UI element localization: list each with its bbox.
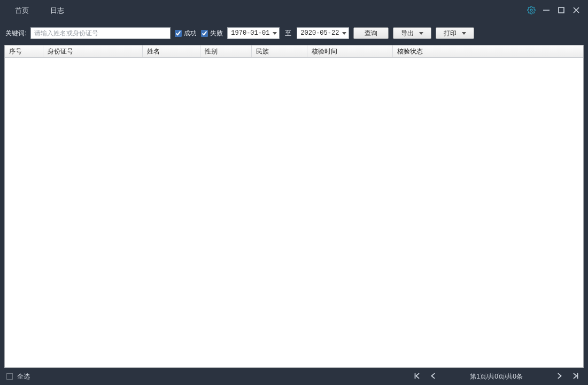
settings-button[interactable]	[524, 3, 539, 18]
table-body	[5, 58, 583, 367]
checkbox-failure-input[interactable]	[201, 30, 208, 37]
footer-bar: 全选 第1页/共0页/共0条	[0, 368, 588, 385]
chevron-left-icon	[429, 372, 437, 381]
checkbox-success-input[interactable]	[175, 30, 182, 37]
minimize-icon	[542, 6, 551, 16]
checkbox-failure[interactable]: 失败	[201, 29, 223, 38]
col-gender[interactable]: 性别	[200, 45, 252, 57]
chevron-down-icon	[342, 32, 346, 35]
maximize-button[interactable]	[554, 3, 569, 18]
page-info: 第1页/共0页/共0条	[443, 372, 550, 381]
date-to-text: 2020-05-22	[300, 29, 339, 37]
gear-icon	[527, 6, 536, 16]
pager-first[interactable]	[411, 371, 423, 382]
query-button-label: 查询	[365, 29, 377, 38]
col-seq[interactable]: 序号	[5, 45, 43, 57]
last-page-icon	[572, 372, 579, 381]
date-from[interactable]: 1970-01-01	[227, 27, 280, 39]
pager-prev[interactable]	[427, 371, 439, 382]
pager-last[interactable]	[570, 371, 582, 382]
print-button[interactable]: 打印	[436, 27, 474, 39]
chevron-right-icon	[556, 372, 563, 381]
chevron-down-icon	[273, 32, 277, 35]
tab-home[interactable]: 首页	[4, 0, 40, 21]
col-name[interactable]: 姓名	[143, 45, 200, 57]
title-bar: 首页 日志	[0, 0, 588, 21]
print-button-label: 打印	[444, 29, 457, 38]
col-ethnicity[interactable]: 民族	[252, 45, 307, 57]
checkbox-success[interactable]: 成功	[175, 29, 197, 38]
minimize-button[interactable]	[539, 3, 554, 18]
chevron-down-icon	[462, 32, 466, 35]
export-button-label: 导出	[401, 29, 414, 38]
keyword-label: 关键词:	[5, 29, 26, 38]
filter-bar: 关键词: 成功 失败 1970-01-01 至 2020-05-22 查询 导出…	[0, 21, 588, 45]
query-button[interactable]: 查询	[353, 27, 389, 39]
date-from-text: 1970-01-01	[231, 29, 269, 37]
chevron-down-icon	[419, 32, 423, 35]
close-icon	[572, 6, 580, 16]
maximize-icon	[557, 6, 566, 16]
col-verify-time[interactable]: 核验时间	[307, 45, 393, 57]
export-button[interactable]: 导出	[393, 27, 431, 39]
date-to-label: 至	[284, 29, 292, 38]
pager-next[interactable]	[554, 371, 566, 382]
col-verify-status[interactable]: 核验状态	[393, 45, 583, 57]
select-all-label: 全选	[17, 372, 30, 381]
keyword-input[interactable]	[30, 27, 171, 39]
close-button[interactable]	[569, 3, 584, 18]
select-all-checkbox[interactable]	[6, 373, 13, 380]
svg-point-0	[530, 9, 532, 11]
tab-log[interactable]: 日志	[40, 0, 75, 21]
checkbox-success-label: 成功	[184, 29, 197, 38]
first-page-icon	[413, 372, 421, 381]
results-table: 序号 身份证号 姓名 性别 民族 核验时间 核验状态	[4, 45, 584, 368]
svg-rect-2	[559, 7, 564, 13]
checkbox-failure-label: 失败	[210, 29, 223, 38]
table-header: 序号 身份证号 姓名 性别 民族 核验时间 核验状态	[5, 45, 583, 58]
col-idcard[interactable]: 身份证号	[43, 45, 143, 57]
date-to[interactable]: 2020-05-22	[297, 27, 349, 39]
